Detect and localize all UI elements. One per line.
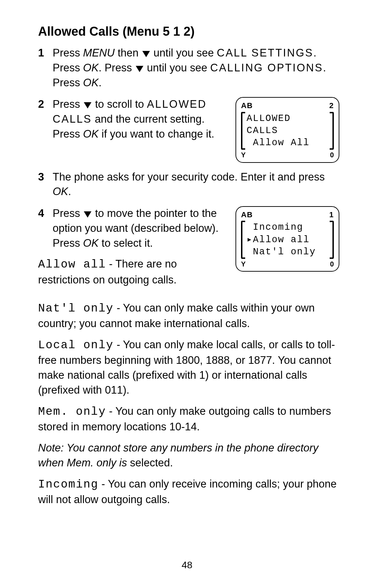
scr2-ftr-right: 0	[330, 260, 334, 269]
s1-scr1: CALL SETTINGS	[217, 47, 313, 59]
s1-t3: until you see	[151, 47, 217, 59]
step-3-num: 3	[38, 170, 46, 200]
step-4-num: 4	[38, 206, 46, 251]
opt-local-label: Local only	[38, 339, 114, 352]
scr1-ftr-right: 0	[330, 150, 334, 160]
s2-ok: OK	[83, 128, 99, 140]
scr1-line1: ALLOWED	[247, 113, 328, 125]
down-arrow-icon	[142, 51, 150, 57]
down-arrow-icon	[136, 66, 143, 72]
down-arrow-icon	[84, 211, 91, 218]
scr1-hdr-right: 2	[329, 100, 334, 111]
note-t2: selected.	[130, 457, 173, 469]
s4-ok: OK	[83, 237, 99, 249]
opt-local-only: Local only - You can only make local cal…	[38, 337, 339, 398]
bracket-left-icon	[241, 221, 244, 258]
scr2-line3: Nat'l only	[247, 246, 328, 258]
scr2-line1: Incoming	[247, 221, 328, 234]
step-1-num: 1	[38, 46, 46, 90]
s1-t5: . Press	[99, 62, 135, 74]
step-4: 4 Press to move the pointer to the optio…	[38, 206, 229, 251]
scr2-line2: ▸Allow all	[247, 234, 328, 246]
scr2-ftr-left: Y	[241, 260, 246, 269]
bracket-right-icon	[330, 112, 334, 150]
scr1-ftr-left: Y	[241, 150, 246, 160]
s3-ok: OK	[53, 185, 68, 198]
opt-incoming: Incoming - You can only receive incoming…	[38, 477, 339, 507]
opt-incoming-label: Incoming	[38, 478, 98, 491]
opt-mem-label: Mem. only	[38, 405, 106, 418]
s1-ok1: OK	[83, 62, 99, 74]
s1-t2: then	[115, 47, 142, 59]
s4-t3: to select it.	[99, 237, 153, 249]
s3-t1: The phone asks for your security code. E…	[53, 171, 325, 183]
scr1-line3: Allow All	[247, 137, 328, 149]
down-arrow-icon	[84, 102, 91, 108]
opt-mem-only: Mem. only - You can only make outgoing c…	[38, 404, 339, 435]
opt-natl-only: Nat'l only - You can only make calls wit…	[38, 301, 339, 331]
s2-t2: to scroll to	[92, 98, 147, 110]
note-t1: Note: You cannot store any numbers in th…	[38, 442, 318, 469]
page-number: 48	[0, 560, 374, 571]
section-title: Allowed Calls (Menu 5 1 2)	[38, 24, 339, 39]
phone-screen-1: AB 2 ALLOWED CALLS Allow All Y 0	[235, 97, 339, 163]
note-mem-only: Note: You cannot store any numbers in th…	[38, 441, 339, 471]
opt-allow-label: Allow all	[38, 258, 106, 271]
s1-t8: .	[99, 77, 102, 89]
s2-t1: Press	[53, 98, 83, 110]
s4-t1: Press	[53, 207, 83, 219]
opt-allow-all: Allow all - There are no restrictions on…	[38, 257, 229, 287]
s1-scr2: CALLING OPTIONS	[210, 62, 323, 74]
bracket-right-icon	[330, 221, 334, 258]
step-1: 1 Press MENU then until you see CALL SET…	[38, 46, 339, 90]
s2-t4: if you want to change it.	[99, 128, 214, 140]
step-3: 3 The phone asks for your security code.…	[38, 170, 339, 200]
scr2-hdr-left: AB	[241, 210, 253, 220]
scr1-hdr-left: AB	[241, 100, 253, 111]
scr1-line2: CALLS	[247, 125, 328, 137]
s1-t6: until you see	[144, 62, 210, 74]
bracket-left-icon	[241, 112, 244, 150]
step-2: 2 Press to scroll to ALLOWED CALLS and t…	[38, 97, 229, 141]
s3-t2: .	[68, 185, 71, 198]
scr2-hdr-right: 1	[329, 210, 334, 220]
s1-t1: Press	[53, 47, 83, 59]
opt-natl-label: Nat'l only	[38, 302, 114, 315]
step-2-num: 2	[38, 97, 46, 141]
s1-ok2: OK	[83, 77, 99, 89]
phone-screen-2: AB 1 Incoming ▸Allow all Nat'l only Y 0	[235, 206, 339, 272]
s1-menu: MENU	[83, 47, 115, 59]
